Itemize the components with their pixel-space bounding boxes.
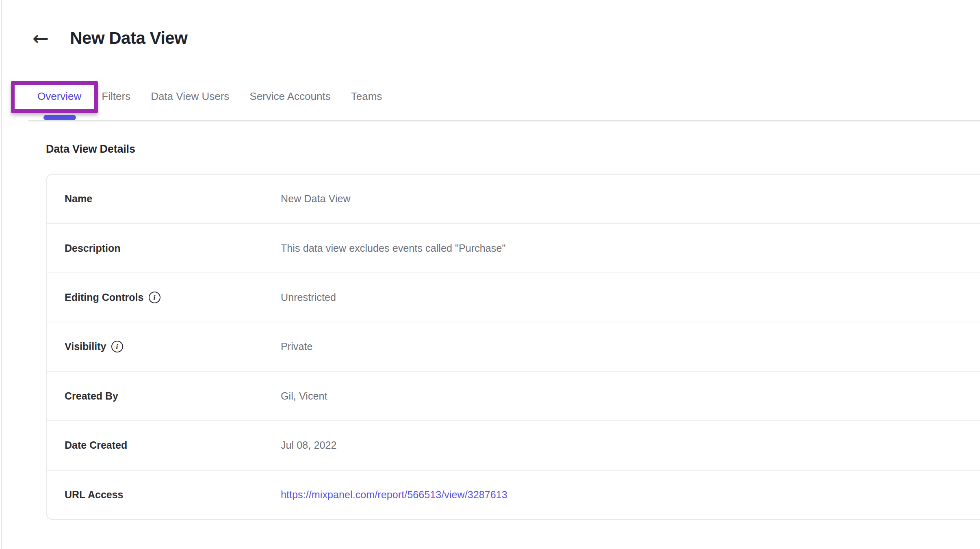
row-label: Editing Controls [65,292,143,303]
annotation-highlight-box [11,81,98,113]
tab-bar-divider [28,120,980,121]
page-header: ← New Data View [33,25,187,51]
row-editing-controls: Editing Controls Unrestricted [47,273,980,322]
url-access-link[interactable]: https://mixpanel.com/report/566513/view/… [281,489,507,501]
content-left-edge-divider [1,0,2,549]
info-icon[interactable] [111,341,123,352]
row-label: Created By [65,390,118,402]
row-label: Visibility [65,341,106,352]
row-date-created: Date Created Jul 08, 2022 [47,421,980,470]
row-value: Private [281,341,313,352]
row-label: Description [65,242,121,254]
active-tab-indicator [43,115,76,120]
row-value: Gil, Vicent [281,390,327,402]
row-url-access: URL Access https://mixpanel.com/report/5… [47,471,980,519]
data-view-details-card: Name New Data View Description This data… [46,174,980,520]
row-created-by: Created By Gil, Vicent [47,372,980,421]
row-value: New Data View [281,193,351,205]
back-button[interactable]: ← [33,28,49,48]
section-heading: Data View Details [46,143,135,156]
row-visibility: Visibility Private [47,322,980,372]
row-label: Name [65,193,92,205]
tab-teams[interactable]: Teams [351,90,382,103]
row-name: Name New Data View [47,175,980,224]
row-description: Description This data view excludes even… [47,224,980,273]
row-value: Unrestricted [281,292,336,303]
tab-service-accounts[interactable]: Service Accounts [249,90,330,103]
info-icon[interactable] [149,292,160,303]
row-value: This data view excludes events called "P… [281,242,505,254]
tab-data-view-users[interactable]: Data View Users [151,90,229,103]
row-label: URL Access [65,489,124,501]
row-value: Jul 08, 2022 [281,439,336,451]
page-title: New Data View [70,28,187,48]
tab-filters[interactable]: Filters [102,90,130,103]
arrow-left-icon: ← [33,27,49,50]
row-label: Date Created [65,439,127,451]
